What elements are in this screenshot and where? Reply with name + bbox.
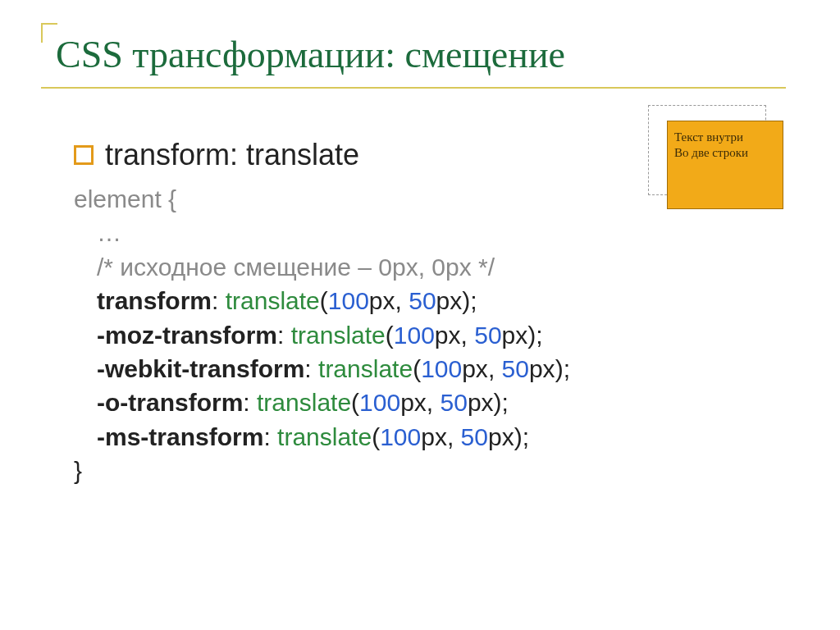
corner-decoration — [41, 23, 57, 43]
code-line: -moz-transform: translate(100px, 50px); — [74, 318, 570, 352]
prop-webkit: -webkit-transform — [97, 355, 304, 382]
selector-open: element { — [74, 185, 176, 212]
func-name: translate — [226, 287, 320, 314]
title-underline — [41, 87, 786, 89]
slide-title: CSS трансформации: смещение — [56, 33, 565, 76]
code-comment: /* исходное смещение – 0px, 0px */ — [97, 253, 495, 281]
prop-o: -o-transform — [97, 389, 243, 416]
translated-box: Текст внутри Во две строки — [667, 121, 783, 209]
code-ellipsis: … — [97, 219, 121, 246]
box-line-2: Во две строки — [674, 146, 748, 159]
code-line: -ms-transform: translate(100px, 50px); — [74, 420, 570, 454]
prop-ms: -ms-transform — [97, 423, 263, 450]
bullet-item: transform: translate — [74, 138, 359, 172]
translate-illustration: Текст внутри Во две строки — [648, 105, 766, 195]
prop-moz: -moz-transform — [97, 322, 277, 349]
code-block: element { … /* исходное смещение – 0px, … — [74, 182, 570, 488]
prop-transform: transform — [97, 287, 212, 314]
code-line: -o-transform: translate(100px, 50px); — [74, 386, 570, 419]
box-line-1: Текст внутри — [674, 130, 743, 144]
code-line: transform: translate(100px, 50px); — [74, 284, 570, 317]
origin-box: Текст внутри Во две строки — [648, 105, 766, 195]
bullet-marker-icon — [74, 145, 94, 165]
selector-close: } — [74, 457, 82, 484]
slide: CSS трансформации: смещение transform: t… — [0, 0, 840, 630]
bullet-text: transform: translate — [105, 138, 359, 172]
code-line: -webkit-transform: translate(100px, 50px… — [74, 352, 570, 386]
